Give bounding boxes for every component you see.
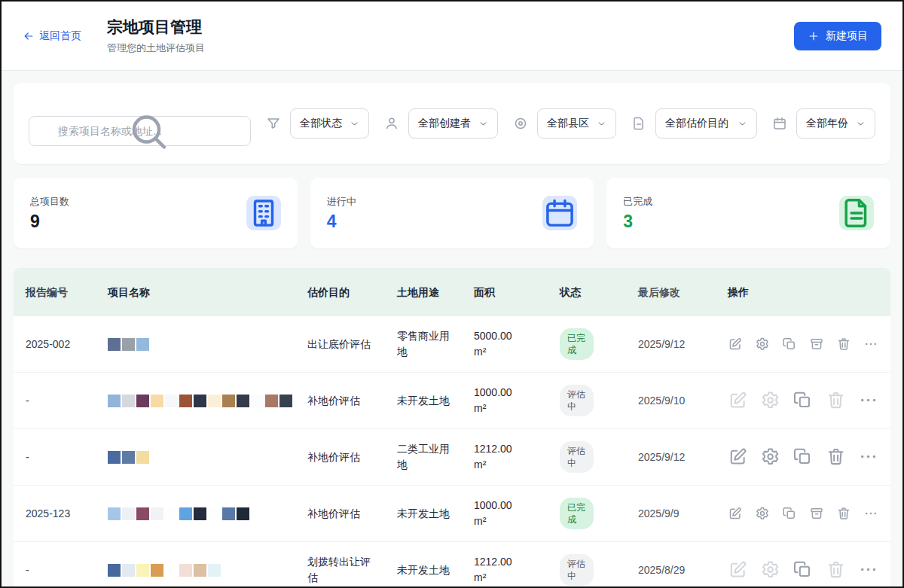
back-home-label: 返回首页 (39, 29, 81, 43)
land-use: 二类工业用地 (397, 441, 456, 473)
table-row: - 补地价评估 未开发土地 1000.00m² 评估中 2025/9/10 (14, 373, 890, 429)
edit-action-button[interactable] (728, 506, 743, 521)
main-content: 全部状态全部创建者全部县区全部估价目的全部年份 总项目数 9 进行中 4 已完成… (2, 71, 902, 588)
stat-text: 进行中 4 (327, 195, 356, 232)
appraisal-purpose: 补地价评估 (307, 393, 379, 409)
more-action-button[interactable] (858, 559, 878, 580)
redacted-name-block (237, 507, 249, 520)
report-number: 2025-002 (26, 337, 90, 352)
status-badge: 已完成 (560, 328, 594, 360)
chevron-down-icon (597, 119, 606, 129)
gear-action-button[interactable] (755, 337, 770, 352)
redacted-name-block (151, 395, 163, 407)
trash-action-button[interactable] (836, 337, 851, 352)
filter-select-value: 全部县区 (547, 117, 589, 130)
redacted-name-block (108, 507, 121, 520)
status-cell: 评估中 (560, 385, 620, 416)
table-row: - 补地价评估 二类工业用地 1212.00m² 评估中 2025/9/12 (14, 429, 890, 486)
copy-action-button[interactable] (782, 337, 797, 352)
trash-action-button[interactable] (836, 506, 851, 521)
project-name[interactable] (108, 564, 289, 577)
copy-action-button[interactable] (793, 390, 813, 410)
actions-cell (728, 337, 878, 352)
trash-action-button[interactable] (826, 559, 846, 580)
trash-action-button[interactable] (826, 446, 846, 467)
stat-label: 总项目数 (30, 195, 69, 209)
stat-value: 3 (623, 212, 652, 232)
land-use: 未开发土地 (397, 393, 456, 409)
archive-action-button[interactable] (809, 337, 824, 352)
trash-action-button[interactable] (826, 390, 846, 410)
new-project-button[interactable]: 新建项目 (794, 22, 881, 50)
redacted-name-block (136, 338, 149, 351)
filter-select-4[interactable]: 全部年份 (796, 108, 875, 139)
more-action-button[interactable] (863, 506, 878, 521)
stat-card-1: 进行中 4 (310, 178, 594, 248)
edit-action-button[interactable] (728, 390, 748, 410)
gear-action-button[interactable] (760, 390, 780, 410)
area: 1212.00m² (474, 441, 542, 473)
chevron-down-icon (738, 119, 747, 129)
new-project-label: 新建项目 (826, 29, 868, 43)
gear-action-button[interactable] (755, 506, 770, 521)
stat-value: 4 (327, 212, 356, 232)
redacted-name-block (136, 564, 149, 577)
column-header-6: 最后修改 (638, 285, 710, 300)
filter-select-value: 全部年份 (806, 117, 848, 130)
edit-action-button[interactable] (728, 446, 748, 467)
copy-action-button[interactable] (793, 446, 813, 467)
copy-action-button[interactable] (793, 559, 813, 580)
redacted-name-block (151, 507, 163, 520)
actions-cell (728, 559, 878, 580)
gear-action-button[interactable] (760, 559, 780, 580)
status-badge: 评估中 (560, 385, 594, 416)
edit-action-button[interactable] (728, 559, 748, 580)
gear-action-button[interactable] (760, 446, 780, 467)
filter-select-0[interactable]: 全部状态 (290, 108, 369, 139)
project-name[interactable] (108, 507, 289, 520)
area: 5000.00m² (474, 328, 542, 360)
project-name[interactable] (108, 338, 289, 351)
stat-label: 已完成 (623, 195, 652, 209)
filter-select-2[interactable]: 全部县区 (537, 108, 616, 139)
project-name[interactable] (108, 451, 289, 464)
report-number: 2025-123 (26, 506, 90, 522)
redacted-name-block (108, 451, 121, 464)
chevron-down-icon (856, 119, 866, 129)
table-row: - 划拨转出让评估 未开发土地 1212.00m² 评估中 2025/8/29 (14, 542, 890, 588)
column-header-7: 操作 (728, 285, 878, 300)
report-number: - (26, 393, 90, 409)
edit-action-button[interactable] (728, 337, 743, 352)
user-icon (384, 116, 399, 131)
redacted-name-block (122, 564, 135, 577)
building-icon (246, 196, 281, 230)
back-home-link[interactable]: 返回首页 (23, 29, 81, 43)
archive-action-button[interactable] (809, 506, 824, 521)
status-badge: 评估中 (560, 441, 594, 473)
redacted-name-block (194, 395, 206, 407)
status-cell: 评估中 (560, 554, 620, 586)
table-header-row: 报告编号项目名称估价目的土地用途面积状态最后修改操作 (14, 268, 890, 316)
last-modified: 2025/9/9 (638, 506, 710, 522)
more-action-button[interactable] (863, 337, 878, 352)
redacted-name-block (165, 507, 178, 520)
column-header-2: 估价目的 (307, 285, 379, 300)
more-action-button[interactable] (858, 390, 878, 410)
filter-icon (266, 116, 281, 131)
table-body: 2025-002 出让底价评估 零售商业用地 5000.00m² 已完成 202… (14, 316, 890, 588)
redacted-name-block (108, 338, 121, 351)
filter-select-1[interactable]: 全部创建者 (408, 108, 498, 139)
redacted-name-block (208, 564, 221, 577)
redacted-name-block (108, 395, 121, 407)
copy-action-button[interactable] (782, 506, 797, 521)
filter-select-3[interactable]: 全部估价目的 (655, 108, 757, 139)
more-action-button[interactable] (858, 446, 878, 467)
project-name[interactable] (108, 395, 289, 407)
page-subtitle: 管理您的土地评估项目 (107, 41, 205, 55)
stat-label: 进行中 (327, 195, 356, 209)
redacted-name-block (122, 507, 135, 520)
appraisal-purpose: 补地价评估 (307, 449, 379, 465)
filter-select-value: 全部状态 (300, 117, 342, 130)
last-modified: 2025/9/12 (638, 449, 710, 465)
appraisal-purpose: 补地价评估 (307, 506, 379, 522)
